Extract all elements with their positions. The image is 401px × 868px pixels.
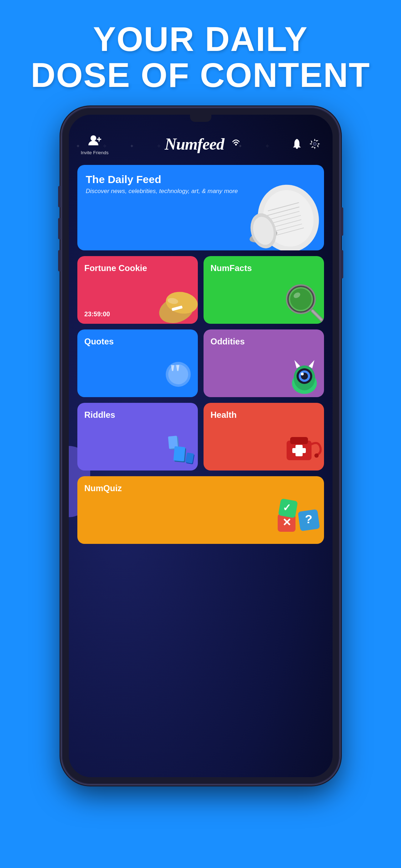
numquiz-title: NumQuiz bbox=[84, 483, 317, 493]
hero-line1: YOUR DAILY bbox=[31, 21, 370, 57]
phone-frame: Invite Friends Numfeed bbox=[62, 108, 340, 784]
svg-text:?: ? bbox=[305, 512, 312, 526]
oddities-card[interactable]: Oddities bbox=[204, 329, 324, 397]
svg-rect-44 bbox=[173, 446, 185, 461]
numfacts-title: NumFacts bbox=[211, 263, 317, 273]
invite-friends-button[interactable]: Invite Friends bbox=[81, 135, 109, 155]
quotes-title: Quotes bbox=[84, 337, 191, 347]
phone-mockup: Invite Friends Numfeed bbox=[62, 108, 340, 784]
person-add-icon bbox=[88, 135, 101, 149]
svg-point-0 bbox=[91, 135, 96, 141]
svg-point-26 bbox=[290, 289, 312, 310]
bell-icon[interactable] bbox=[292, 138, 302, 152]
daily-feed-card[interactable]: The Daily Feed Discover news, celebritie… bbox=[77, 165, 324, 250]
row-fortune-numfacts: Fortune Cookie 23:59:00 bbox=[77, 256, 324, 324]
svg-point-51 bbox=[314, 453, 319, 458]
svg-text:": " bbox=[168, 359, 182, 387]
row-numquiz: NumQuiz ✕ ✓ bbox=[77, 476, 324, 544]
hero-line2: DOSE OF CONTENT bbox=[31, 57, 370, 93]
svg-point-4 bbox=[235, 144, 237, 145]
phone-screen: Invite Friends Numfeed bbox=[69, 115, 333, 777]
quotes-card[interactable]: Quotes " bbox=[77, 329, 198, 397]
svg-text:✕: ✕ bbox=[282, 516, 291, 528]
svg-rect-50 bbox=[292, 448, 306, 453]
app-content: Invite Friends Numfeed bbox=[69, 115, 333, 777]
numquiz-card[interactable]: NumQuiz ✕ ✓ bbox=[77, 476, 324, 544]
fortune-cookie-card[interactable]: Fortune Cookie 23:59:00 bbox=[77, 256, 198, 324]
fortune-cookie-title: Fortune Cookie bbox=[84, 263, 191, 273]
phone-notch bbox=[190, 115, 211, 122]
riddles-card[interactable]: Riddles bbox=[77, 403, 198, 471]
numfacts-card[interactable]: NumFacts bbox=[204, 256, 324, 324]
svg-rect-48 bbox=[290, 437, 308, 444]
app-logo: Numfeed bbox=[161, 132, 240, 158]
svg-text:✓: ✓ bbox=[282, 502, 291, 513]
row-riddles-health: Riddles bbox=[77, 403, 324, 471]
invite-label: Invite Friends bbox=[81, 150, 109, 155]
fortune-cookie-timer: 23:59:00 bbox=[84, 311, 110, 318]
header-icons bbox=[292, 138, 320, 152]
svg-line-29 bbox=[313, 311, 321, 319]
app-header: Invite Friends Numfeed bbox=[77, 115, 324, 165]
svg-text:Numfeed: Numfeed bbox=[164, 135, 225, 153]
riddles-title: Riddles bbox=[84, 410, 191, 420]
svg-point-40 bbox=[301, 373, 304, 375]
row-quotes-oddities: Quotes " bbox=[77, 329, 324, 397]
cards-container: The Daily Feed Discover news, celebritie… bbox=[77, 165, 324, 544]
hero-text: YOUR DAILY DOSE OF CONTENT bbox=[9, 0, 392, 104]
health-title: Health bbox=[211, 410, 317, 420]
oddities-title: Oddities bbox=[211, 337, 317, 347]
health-card[interactable]: Health bbox=[204, 403, 324, 471]
svg-point-7 bbox=[313, 142, 316, 145]
settings-icon[interactable] bbox=[309, 139, 320, 152]
